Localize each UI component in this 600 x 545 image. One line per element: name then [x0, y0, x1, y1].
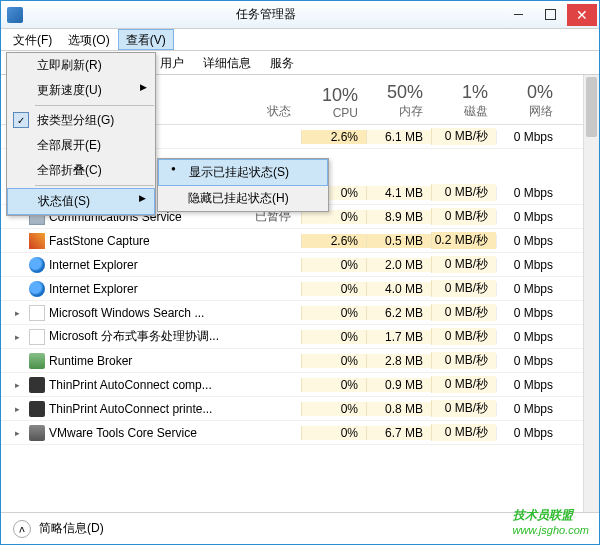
mem-cell: 2.8 MB — [366, 354, 431, 368]
expand-icon[interactable]: ▸ — [15, 428, 25, 438]
window-title: 任务管理器 — [29, 6, 502, 23]
process-label: Microsoft Windows Search ... — [49, 306, 204, 320]
cpu-cell: 0% — [301, 378, 366, 392]
menu-hide-suspended[interactable]: 隐藏已挂起状态(H) — [158, 186, 328, 211]
status-values-submenu: ● 显示已挂起状态(S) 隐藏已挂起状态(H) — [157, 158, 329, 212]
cpu-cell: 2.6% — [301, 130, 366, 144]
net-cell: 0 Mbps — [496, 186, 561, 200]
disk-cell: 0 MB/秒 — [431, 280, 496, 297]
cpu-cell: 0% — [301, 306, 366, 320]
disk-cell: 0 MB/秒 — [431, 128, 496, 145]
tab-details[interactable]: 详细信息 — [193, 51, 261, 74]
process-name: Runtime Broker — [1, 353, 231, 369]
fewer-details-link[interactable]: 简略信息(D) — [39, 520, 104, 537]
close-button[interactable] — [567, 4, 597, 26]
process-name: FastStone Capture — [1, 233, 231, 249]
process-name: ▸Microsoft 分布式事务处理协调... — [1, 328, 231, 345]
mem-cell: 0.9 MB — [366, 378, 431, 392]
menu-group-by-type[interactable]: ✓ 按类型分组(G) — [7, 108, 155, 133]
process-label: Internet Explorer — [49, 282, 138, 296]
submenu-arrow-icon: ▶ — [140, 82, 147, 92]
menu-options[interactable]: 选项(O) — [60, 29, 117, 50]
col-disk[interactable]: 1%磁盘 — [431, 82, 496, 120]
maximize-button[interactable] — [535, 4, 565, 26]
expand-icon[interactable]: ▸ — [15, 332, 25, 342]
menu-collapse-all[interactable]: 全部折叠(C) — [7, 158, 155, 183]
mem-cell: 6.7 MB — [366, 426, 431, 440]
menu-item-label: 更新速度(U) — [37, 83, 102, 97]
process-label: FastStone Capture — [49, 234, 150, 248]
process-icon — [29, 401, 45, 417]
menu-status-values[interactable]: 状态值(S) ▶ — [7, 188, 155, 215]
menu-separator — [35, 185, 154, 186]
table-row[interactable]: ▸VMware Tools Core Service0%6.7 MB0 MB/秒… — [1, 421, 599, 445]
disk-cell: 0 MB/秒 — [431, 328, 496, 345]
expand-icon[interactable]: ▸ — [15, 404, 25, 414]
menu-item-label: 显示已挂起状态(S) — [189, 165, 289, 179]
process-icon — [29, 377, 45, 393]
col-network[interactable]: 0%网络 — [496, 82, 561, 120]
net-cell: 0 Mbps — [496, 210, 561, 224]
net-cell: 0 Mbps — [496, 258, 561, 272]
mem-cell: 4.0 MB — [366, 282, 431, 296]
process-name: ▸ThinPrint AutoConnect comp... — [1, 377, 231, 393]
menu-update-speed[interactable]: 更新速度(U) ▶ — [7, 78, 155, 103]
table-row[interactable]: Internet Explorer0%2.0 MB0 MB/秒0 Mbps — [1, 253, 599, 277]
mem-cell: 0.5 MB — [366, 234, 431, 248]
process-icon — [29, 233, 45, 249]
col-status[interactable]: 状态 — [231, 103, 301, 120]
net-cell: 0 Mbps — [496, 330, 561, 344]
mem-cell: 6.2 MB — [366, 306, 431, 320]
disk-cell: 0 MB/秒 — [431, 208, 496, 225]
table-row[interactable]: ▸ThinPrint AutoConnect comp...0%0.9 MB0 … — [1, 373, 599, 397]
table-row[interactable]: ▸Microsoft Windows Search ...0%6.2 MB0 M… — [1, 301, 599, 325]
disk-cell: 0 MB/秒 — [431, 424, 496, 441]
cpu-cell: 0% — [301, 282, 366, 296]
scrollbar-thumb[interactable] — [586, 77, 597, 137]
table-row[interactable]: Runtime Broker0%2.8 MB0 MB/秒0 Mbps — [1, 349, 599, 373]
menu-file[interactable]: 文件(F) — [5, 29, 60, 50]
process-icon — [29, 425, 45, 441]
process-name: Internet Explorer — [1, 281, 231, 297]
tab-services[interactable]: 服务 — [260, 51, 304, 74]
menu-view[interactable]: 查看(V) — [118, 29, 174, 50]
menu-expand-all[interactable]: 全部展开(E) — [7, 133, 155, 158]
bullet-icon: ● — [171, 164, 176, 173]
table-row[interactable]: ▸Microsoft 分布式事务处理协调...0%1.7 MB0 MB/秒0 M… — [1, 325, 599, 349]
check-icon: ✓ — [13, 112, 29, 128]
mem-cell: 0.8 MB — [366, 402, 431, 416]
tab-users[interactable]: 用户 — [150, 51, 194, 74]
process-icon — [29, 281, 45, 297]
net-cell: 0 Mbps — [496, 130, 561, 144]
cpu-cell: 2.6% — [301, 234, 366, 248]
menu-refresh-now[interactable]: 立即刷新(R) — [7, 53, 155, 78]
process-icon — [29, 257, 45, 273]
statusbar: ʌ 简略信息(D) — [1, 512, 599, 544]
process-label: Microsoft 分布式事务处理协调... — [49, 328, 219, 345]
disk-cell: 0 MB/秒 — [431, 400, 496, 417]
process-label: Internet Explorer — [49, 258, 138, 272]
view-menu: 立即刷新(R) 更新速度(U) ▶ ✓ 按类型分组(G) 全部展开(E) 全部折… — [6, 52, 156, 216]
vertical-scrollbar[interactable] — [583, 75, 599, 512]
chevron-up-icon[interactable]: ʌ — [13, 520, 31, 538]
table-row[interactable]: ▸ThinPrint AutoConnect printe...0%0.8 MB… — [1, 397, 599, 421]
cpu-cell: 0% — [301, 426, 366, 440]
process-label: ThinPrint AutoConnect printe... — [49, 402, 212, 416]
disk-cell: 0 MB/秒 — [431, 184, 496, 201]
process-label: ThinPrint AutoConnect comp... — [49, 378, 212, 392]
expand-icon[interactable]: ▸ — [15, 380, 25, 390]
col-memory[interactable]: 50%内存 — [366, 82, 431, 120]
process-icon — [29, 329, 45, 345]
disk-cell: 0 MB/秒 — [431, 352, 496, 369]
table-row[interactable]: FastStone Capture2.6%0.5 MB0.2 MB/秒0 Mbp… — [1, 229, 599, 253]
col-cpu[interactable]: 10%CPU — [301, 85, 366, 120]
cpu-cell: 0% — [301, 330, 366, 344]
mem-cell: 2.0 MB — [366, 258, 431, 272]
menu-show-suspended[interactable]: ● 显示已挂起状态(S) — [158, 159, 328, 186]
process-label: Runtime Broker — [49, 354, 132, 368]
disk-cell: 0 MB/秒 — [431, 256, 496, 273]
minimize-button[interactable] — [503, 4, 533, 26]
table-row[interactable]: Internet Explorer0%4.0 MB0 MB/秒0 Mbps — [1, 277, 599, 301]
menubar: 文件(F) 选项(O) 查看(V) — [1, 29, 599, 51]
expand-icon[interactable]: ▸ — [15, 308, 25, 318]
